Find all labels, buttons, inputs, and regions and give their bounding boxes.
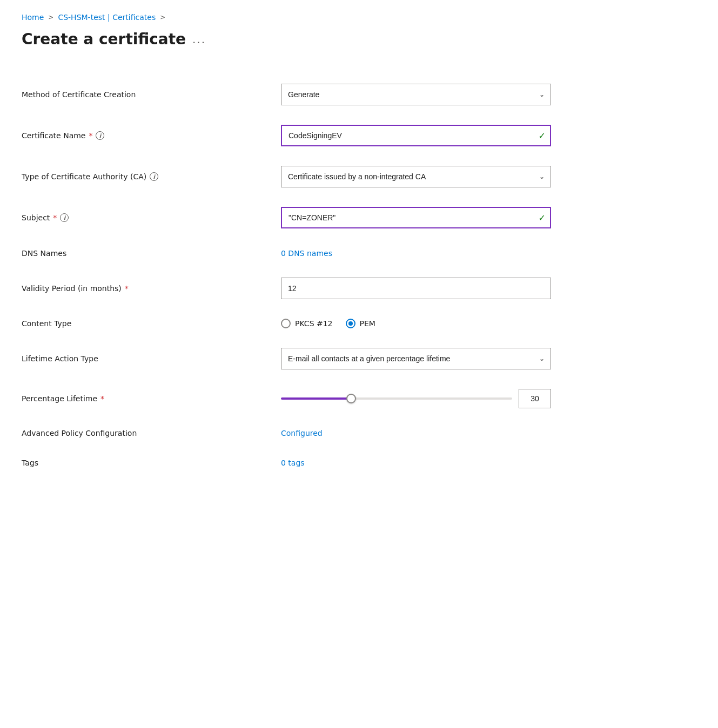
method-dropdown-wrapper: Generate Import CSR ⌄ — [281, 84, 551, 105]
subject-check-icon: ✓ — [539, 213, 546, 223]
cert-name-required: * — [89, 131, 92, 140]
content-type-row: Content Type PKCS #12 PEM — [22, 309, 616, 338]
validity-period-label: Validity Period (in months) * — [22, 284, 281, 293]
percentage-lifetime-label: Percentage Lifetime * — [22, 394, 281, 403]
cert-name-label: Certificate Name * i — [22, 131, 281, 140]
lifetime-action-dropdown[interactable]: E-mail all contacts at a given percentag… — [281, 348, 551, 369]
pem-radio[interactable] — [346, 319, 355, 328]
lifetime-action-label: Lifetime Action Type — [22, 354, 281, 363]
cert-name-info-icon[interactable]: i — [96, 131, 104, 140]
breadcrumb-home[interactable]: Home — [22, 13, 44, 22]
subject-control: ✓ — [281, 207, 616, 228]
percentage-lifetime-control — [281, 389, 616, 408]
subject-info-icon[interactable]: i — [60, 213, 69, 222]
ca-type-control: Certificate issued by a non-integrated C… — [281, 166, 616, 187]
breadcrumb: Home > CS-HSM-test | Certificates > — [22, 13, 696, 22]
breadcrumb-separator-2: > — [160, 14, 165, 21]
pem-label: PEM — [360, 319, 375, 328]
tags-label: Tags — [22, 459, 281, 467]
ca-type-label: Type of Certificate Authority (CA) i — [22, 172, 281, 181]
method-control: Generate Import CSR ⌄ — [281, 84, 616, 105]
advanced-policy-label: Advanced Policy Configuration — [22, 429, 281, 437]
page-title: Create a certificate — [22, 30, 186, 48]
validity-period-required: * — [125, 284, 129, 293]
cert-name-input[interactable] — [281, 125, 551, 146]
pkcs12-radio[interactable] — [281, 319, 291, 328]
method-row: Method of Certificate Creation Generate … — [22, 74, 616, 115]
lifetime-action-control: E-mail all contacts at a given percentag… — [281, 348, 616, 369]
subject-required: * — [53, 213, 57, 222]
lifetime-action-dropdown-wrapper: E-mail all contacts at a given percentag… — [281, 348, 551, 369]
ca-type-info-icon[interactable]: i — [150, 172, 158, 181]
validity-period-control — [281, 278, 616, 299]
cert-name-check-icon: ✓ — [539, 131, 546, 141]
percentage-lifetime-slider-container — [281, 389, 551, 408]
ca-type-dropdown[interactable]: Certificate issued by a non-integrated C… — [281, 166, 551, 187]
dns-names-link[interactable]: 0 DNS names — [281, 249, 332, 258]
cert-name-control: ✓ — [281, 125, 616, 146]
ca-type-dropdown-wrapper: Certificate issued by a non-integrated C… — [281, 166, 551, 187]
subject-input[interactable] — [281, 207, 551, 228]
validity-period-input[interactable] — [281, 278, 551, 299]
content-type-control: PKCS #12 PEM — [281, 319, 616, 328]
pkcs12-label: PKCS #12 — [295, 319, 333, 328]
tags-link[interactable]: 0 tags — [281, 459, 305, 467]
more-options-button[interactable]: ... — [192, 33, 206, 46]
pkcs12-option[interactable]: PKCS #12 — [281, 319, 333, 328]
cert-name-row: Certificate Name * i ✓ — [22, 115, 616, 156]
breadcrumb-separator-1: > — [48, 14, 53, 21]
method-label: Method of Certificate Creation — [22, 90, 281, 99]
tags-row: Tags 0 tags — [22, 448, 616, 477]
percentage-lifetime-slider[interactable] — [281, 397, 512, 400]
content-type-radio-group: PKCS #12 PEM — [281, 319, 616, 328]
lifetime-action-row: Lifetime Action Type E-mail all contacts… — [22, 338, 616, 379]
pem-option[interactable]: PEM — [346, 319, 375, 328]
subject-input-wrapper: ✓ — [281, 207, 551, 228]
page-title-row: Create a certificate ... — [22, 30, 696, 48]
dns-names-control: 0 DNS names — [281, 248, 616, 258]
validity-period-row: Validity Period (in months) * — [22, 268, 616, 309]
dns-names-label: DNS Names — [22, 249, 281, 258]
validity-period-input-wrapper — [281, 278, 551, 299]
method-dropdown[interactable]: Generate Import CSR — [281, 84, 551, 105]
advanced-policy-control: Configured — [281, 428, 616, 438]
cert-name-input-wrapper: ✓ — [281, 125, 551, 146]
ca-type-row: Type of Certificate Authority (CA) i Cer… — [22, 156, 616, 197]
slider-wrapper — [281, 397, 512, 400]
percentage-lifetime-value-input[interactable] — [519, 389, 551, 408]
dns-names-row: DNS Names 0 DNS names — [22, 238, 616, 268]
tags-control: 0 tags — [281, 457, 616, 468]
certificate-form: Method of Certificate Creation Generate … — [22, 74, 616, 477]
percentage-lifetime-row: Percentage Lifetime * — [22, 379, 616, 418]
content-type-label: Content Type — [22, 319, 281, 328]
advanced-policy-link[interactable]: Configured — [281, 429, 323, 437]
subject-row: Subject * i ✓ — [22, 197, 616, 238]
percentage-lifetime-required: * — [100, 394, 104, 403]
advanced-policy-row: Advanced Policy Configuration Configured — [22, 418, 616, 448]
subject-label: Subject * i — [22, 213, 281, 222]
breadcrumb-certificates[interactable]: CS-HSM-test | Certificates — [58, 13, 156, 22]
